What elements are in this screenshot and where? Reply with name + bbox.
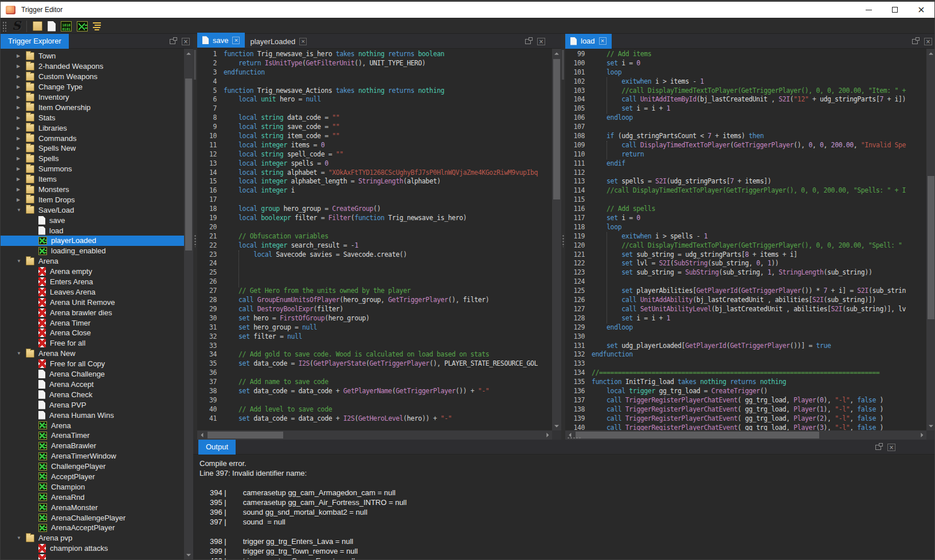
expand-arrow-icon[interactable]: ▶ (17, 166, 26, 171)
tree-item-arena-unit-remove[interactable]: Arena Unit Remove (1, 297, 184, 307)
scroll-down-icon[interactable] (552, 421, 561, 430)
tree-item-save[interactable]: save (1, 215, 184, 225)
tree-item-2-handed-weapons[interactable]: ▶2-handed Weapons (1, 61, 184, 72)
tree-item-enters-arena[interactable]: Enters Arena (1, 277, 184, 287)
tree-item-load[interactable]: load (1, 225, 184, 236)
tree-item-arenaacceptplayer[interactable]: ArenaAcceptPlayer (1, 523, 184, 533)
trigger-explorer-title-tab[interactable]: Trigger Explorer (1, 34, 69, 49)
splitter-editor-editor[interactable] (561, 34, 565, 440)
expand-arrow-icon[interactable]: ▶ (17, 187, 26, 192)
scroll-up-icon[interactable] (552, 49, 561, 58)
tree-item-item-ownership[interactable]: ▶Item Ownership (1, 102, 184, 112)
tree-item-challengeplayer[interactable]: ChallengePlayer (1, 461, 184, 472)
float-panel-icon[interactable] (525, 39, 531, 44)
expand-arrow-icon[interactable]: ▶ (17, 53, 26, 58)
save-horizontal-scrollbar[interactable] (197, 430, 552, 440)
tree-item-summons[interactable]: ▶Summons (1, 164, 184, 174)
scroll-down-icon[interactable] (926, 421, 935, 430)
scroll-left-icon[interactable] (197, 430, 206, 440)
trigger-tree[interactable]: ▶Town▶2-handed Weapons▶Custom Weapons▶Ch… (1, 49, 184, 559)
load-horizontal-scrollbar[interactable] (565, 430, 926, 440)
scroll-up-icon[interactable] (926, 49, 935, 58)
expand-arrow-icon[interactable]: ▶ (17, 146, 26, 151)
maximize-button[interactable] (882, 2, 908, 18)
tree-item-arenatimer[interactable]: ArenaTimer (1, 430, 184, 441)
minimize-button[interactable] (855, 2, 882, 18)
convert-binary-icon[interactable]: 10100101 (61, 21, 72, 32)
tree-item-arena-empty[interactable]: Arena empty (1, 267, 184, 277)
splitter-explorer-editor[interactable] (193, 34, 197, 440)
expand-arrow-icon[interactable]: ▶ (17, 197, 26, 202)
tab-close-icon[interactable]: × (232, 37, 240, 44)
tree-item-arena-check[interactable]: Arena Check (1, 389, 184, 400)
comment-lines-icon[interactable] (93, 22, 103, 30)
tree-item-libraries[interactable]: ▶Libraries (1, 123, 184, 133)
expand-arrow-icon[interactable]: ▶ (17, 136, 26, 141)
save-vertical-scrollbar[interactable] (552, 49, 561, 430)
close-panel-icon[interactable]: × (537, 38, 545, 45)
tree-item-loading-enabled[interactable]: loading_enabled (1, 246, 184, 256)
close-button[interactable]: × (908, 2, 934, 18)
expand-arrow-icon[interactable]: ▶ (17, 115, 26, 120)
explorer-vertical-scrollbar[interactable] (184, 49, 193, 559)
expand-arrow-icon[interactable]: ▶ (17, 105, 26, 110)
collapse-arrow-icon[interactable]: ▼ (17, 535, 26, 541)
tree-item-spells-new[interactable]: ▶Spells New (1, 143, 184, 154)
tree-item-arena-challenge[interactable]: Arena Challenge (1, 369, 184, 379)
tree-item-free-for-all[interactable]: Free for all (1, 338, 184, 348)
tree-item-arena[interactable]: ▼Arena (1, 256, 184, 267)
tree-item-item-drops[interactable]: ▶Item Drops (1, 194, 184, 205)
float-panel-icon[interactable] (912, 39, 918, 44)
close-panel-icon[interactable]: × (887, 444, 895, 451)
float-panel-icon[interactable] (170, 39, 175, 44)
tree-item-town[interactable]: ▶Town (1, 51, 184, 61)
new-trigger-doc-icon[interactable] (48, 21, 56, 32)
tree-item-champion-attacks[interactable]: champion attacks (1, 543, 184, 554)
collapse-arrow-icon[interactable]: ▼ (17, 259, 26, 264)
tree-item-champion[interactable]: Champion (1, 481, 184, 492)
tab-save[interactable]: save× (197, 33, 245, 48)
expand-arrow-icon[interactable]: ▶ (17, 126, 26, 131)
tree-item-arena-accept[interactable]: Arena Accept (1, 379, 184, 390)
tree-item-items[interactable]: ▶Items (1, 174, 184, 185)
expand-arrow-icon[interactable]: ▶ (17, 64, 26, 69)
tree-item-save-load[interactable]: ▼Save/Load (1, 205, 184, 215)
tree-item-arena-close[interactable]: Arena Close (1, 328, 184, 338)
code-area-load[interactable]: 99 // Add items100 set i = 0101 loop102 … (565, 49, 926, 430)
tree-item-arena-timer[interactable]: Arena Timer (1, 318, 184, 328)
custom-script-icon[interactable] (77, 21, 88, 32)
scroll-thumb[interactable] (208, 432, 283, 438)
tree-item-arenarnd[interactable]: ArenaRnd (1, 492, 184, 502)
tree-item-arenatimerwindow[interactable]: ArenaTimerWindow (1, 451, 184, 461)
collapse-arrow-icon[interactable]: ▼ (17, 351, 26, 356)
output-tab[interactable]: Output (198, 440, 236, 455)
tree-item-arenachallengeplayer[interactable]: ArenaChallengePlayer (1, 512, 184, 523)
tree-item-arenamonster[interactable]: ArenaMonster (1, 502, 184, 512)
tree-item-spells[interactable]: ▶Spells (1, 154, 184, 164)
tab-load[interactable]: load× (565, 34, 612, 49)
expand-arrow-icon[interactable]: ▶ (17, 177, 26, 182)
tab-close-icon[interactable]: × (299, 38, 307, 45)
expand-arrow-icon[interactable]: ▶ (17, 74, 26, 79)
close-panel-icon[interactable]: × (924, 38, 932, 45)
expand-arrow-icon[interactable]: ▶ (17, 84, 26, 89)
toolbar-grip-icon[interactable] (2, 21, 7, 32)
scroll-right-icon[interactable] (543, 430, 552, 440)
scroll-right-icon[interactable] (917, 430, 926, 440)
load-vertical-scrollbar[interactable] (926, 49, 935, 430)
tree-item-arena-pvp[interactable]: ▼Arena pvp (1, 533, 184, 543)
splitter-grip-icon[interactable] (562, 234, 565, 247)
tree-item-free-for-all-copy[interactable]: Free for all Copy (1, 359, 184, 369)
tree-item-arena-pvp[interactable]: Arena PVP (1, 400, 184, 410)
scroll-up-icon[interactable] (184, 49, 193, 58)
output-splitter-grip-icon[interactable] (567, 437, 582, 439)
tree-item-arenabrawler[interactable]: ArenaBrawler (1, 441, 184, 451)
close-panel-icon[interactable]: × (182, 38, 190, 45)
expand-arrow-icon[interactable]: ▶ (17, 95, 26, 100)
expand-arrow-icon[interactable]: ▶ (17, 156, 26, 161)
script-s-icon[interactable]: S (12, 18, 21, 33)
tree-item-arena[interactable]: Arena (1, 420, 184, 430)
tree-item-arena-brawler-dies[interactable]: Arena brawler dies (1, 307, 184, 318)
tree-item-arena-new[interactable]: ▼Arena New (1, 348, 184, 359)
scroll-thumb[interactable] (576, 432, 819, 438)
